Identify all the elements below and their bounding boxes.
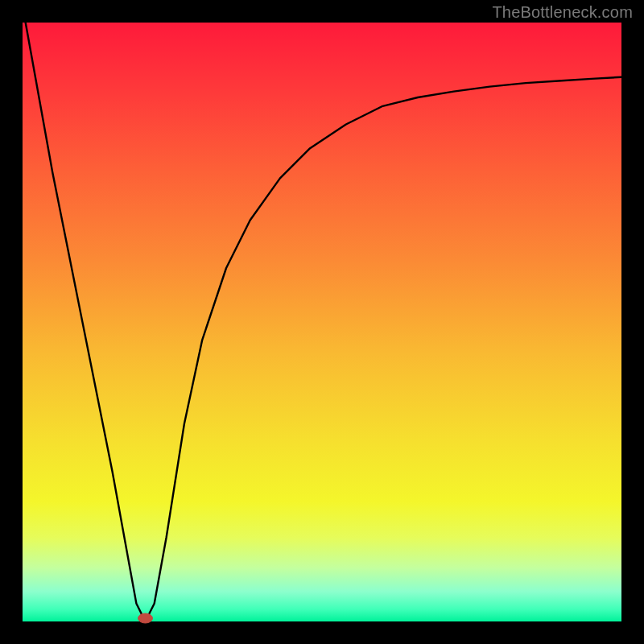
watermark-text: TheBottleneck.com [492,3,633,22]
plot-area [23,23,621,621]
bottleneck-curve-svg [23,23,621,621]
bottleneck-curve-path [26,23,621,621]
minimum-marker [138,613,153,623]
